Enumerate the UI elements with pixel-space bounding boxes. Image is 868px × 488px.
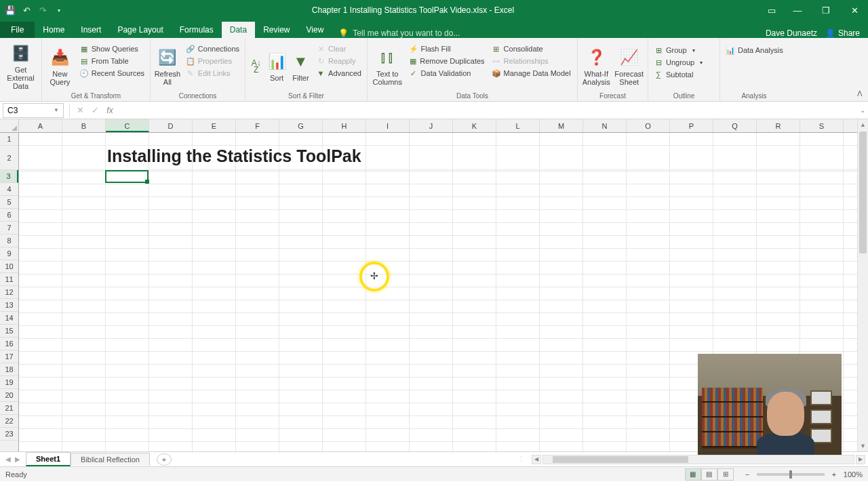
fill-handle[interactable] [145, 180, 149, 184]
zoom-level[interactable]: 100% [844, 470, 863, 479]
sort-button[interactable]: 📊 Sort [265, 42, 288, 91]
column-header-m[interactable]: M [540, 119, 583, 132]
new-query-button[interactable]: 📥 New Query [45, 42, 75, 91]
formula-input[interactable] [117, 103, 857, 118]
vertical-scroll-thumb[interactable] [859, 131, 867, 253]
column-header-k[interactable]: K [453, 119, 496, 132]
select-all-button[interactable] [0, 119, 19, 133]
sheet-nav-last-icon[interactable]: ▶ [15, 455, 20, 463]
row-header-17[interactable]: 17 [0, 350, 18, 363]
ribbon-display-icon[interactable]: ▭ [761, 0, 783, 20]
data-validation-button[interactable]: ✓Data Validation [406, 68, 488, 79]
column-header-i[interactable]: I [366, 119, 410, 132]
row-header-1[interactable]: 1 [0, 133, 18, 146]
page-break-view-button[interactable]: ⊞ [717, 468, 734, 481]
row-header-3[interactable]: 3 [0, 170, 18, 183]
flash-fill-button[interactable]: ⚡Flash Fill [406, 43, 488, 54]
zoom-out-button[interactable]: − [742, 470, 753, 479]
tab-formulas[interactable]: Formulas [172, 22, 222, 38]
row-header-13[interactable]: 13 [0, 299, 18, 312]
column-headers[interactable]: ABCDEFGHIJKLMNOPQRS [19, 119, 857, 133]
sheet-nav-first-icon[interactable]: ◀ [5, 455, 11, 463]
from-table-button[interactable]: ▤From Table [77, 56, 147, 66]
filter-button[interactable]: ▼ Filter [290, 42, 312, 91]
row-header-23[interactable]: 23 [0, 428, 18, 441]
close-icon[interactable]: ✕ [841, 0, 868, 20]
consolidate-button[interactable]: ⊞Consolidate [489, 43, 574, 54]
row-header-4[interactable]: 4 [0, 183, 18, 196]
tab-data[interactable]: Data [222, 22, 255, 38]
column-header-o[interactable]: O [627, 119, 670, 132]
row-header-16[interactable]: 16 [0, 338, 18, 350]
forecast-sheet-button[interactable]: 📈 Forecast Sheet [614, 42, 646, 91]
row-header-12[interactable]: 12 [0, 286, 18, 299]
name-box-dropdown-icon[interactable]: ▼ [54, 107, 59, 113]
manage-data-model-button[interactable]: 📦Manage Data Model [489, 68, 574, 79]
new-sheet-button[interactable]: + [157, 453, 172, 466]
expand-formula-bar-icon[interactable]: ⌄ [857, 106, 868, 114]
row-headers[interactable]: 1234567891011121314151617181920212223 [0, 133, 19, 451]
what-if-analysis-button[interactable]: ❓ What-If Analysis [580, 42, 612, 91]
sort-az-button[interactable]: A↓Z [248, 42, 264, 91]
qat-customize-icon[interactable]: ▾ [53, 4, 65, 16]
collapse-ribbon-icon[interactable]: ᐱ [852, 87, 868, 101]
redo-icon[interactable]: ↷ [37, 4, 49, 16]
row-header-8[interactable]: 8 [0, 235, 18, 247]
minimize-icon[interactable]: — [784, 0, 811, 20]
get-external-data-button[interactable]: 🗄️ Get External Data [3, 42, 39, 91]
row-header-6[interactable]: 6 [0, 209, 18, 222]
tab-page-layout[interactable]: Page Layout [109, 22, 171, 38]
recent-sources-button[interactable]: 🕘Recent Sources [77, 68, 147, 79]
row-header-5[interactable]: 5 [0, 196, 18, 209]
normal-view-button[interactable]: ▦ [685, 468, 701, 481]
zoom-slider[interactable] [757, 473, 825, 476]
maximize-icon[interactable]: ❐ [812, 0, 840, 20]
column-header-d[interactable]: D [149, 119, 193, 132]
data-analysis-button[interactable]: 📊Data Analysis [723, 45, 786, 56]
zoom-in-button[interactable]: + [829, 470, 840, 479]
column-header-g[interactable]: G [279, 119, 323, 132]
page-layout-view-button[interactable]: ▤ [701, 468, 717, 481]
save-icon[interactable]: 💾 [4, 4, 16, 16]
zoom-slider-thumb[interactable] [789, 470, 792, 479]
remove-duplicates-button[interactable]: ▦Remove Duplicates [406, 56, 488, 66]
row-header-19[interactable]: 19 [0, 376, 18, 389]
name-box[interactable]: C3 ▼ [3, 103, 64, 118]
column-header-c[interactable]: C [106, 119, 149, 132]
horizontal-scrollbar[interactable] [542, 455, 854, 464]
row-header-22[interactable]: 22 [0, 415, 18, 428]
row-header-21[interactable]: 21 [0, 402, 18, 415]
text-to-columns-button[interactable]: ⫿⫿ Text to Columns [370, 42, 405, 91]
subtotal-button[interactable]: ∑Subtotal [651, 69, 705, 80]
row-header-14[interactable]: 14 [0, 312, 18, 325]
user-name[interactable]: Dave Dunaetz [766, 28, 817, 38]
column-header-s[interactable]: S [800, 119, 844, 132]
tab-view[interactable]: View [298, 22, 332, 38]
vertical-scrollbar[interactable]: ▲ ▼ [857, 119, 868, 451]
undo-icon[interactable]: ↶ [20, 4, 33, 16]
column-header-h[interactable]: H [323, 119, 366, 132]
insert-function-button[interactable]: fx [102, 103, 117, 118]
column-header-j[interactable]: J [410, 119, 453, 132]
scroll-down-icon[interactable]: ▼ [858, 441, 868, 451]
row-header-15[interactable]: 15 [0, 325, 18, 338]
scroll-right-icon[interactable]: ▶ [856, 455, 865, 464]
column-header-r[interactable]: R [757, 119, 800, 132]
column-header-q[interactable]: Q [713, 119, 757, 132]
share-button[interactable]: 👤 Share [825, 28, 860, 38]
scroll-up-icon[interactable]: ▲ [858, 119, 868, 130]
show-queries-button[interactable]: ▦Show Queries [77, 43, 147, 54]
row-header-9[interactable]: 9 [0, 247, 18, 260]
column-header-e[interactable]: E [193, 119, 236, 132]
connections-button[interactable]: 🔗Connections [183, 43, 242, 54]
ungroup-button[interactable]: ⊟Ungroup▾ [651, 57, 705, 68]
row-header-18[interactable]: 18 [0, 363, 18, 376]
advanced-filter-button[interactable]: ▼Advanced [313, 68, 364, 79]
tab-home[interactable]: Home [35, 22, 73, 38]
tab-split-handle[interactable]: ⋮ [517, 455, 525, 464]
tab-file[interactable]: File [0, 22, 35, 38]
column-header-n[interactable]: N [583, 119, 627, 132]
sheet-tab-sheet1[interactable]: Sheet1 [26, 452, 71, 466]
refresh-all-button[interactable]: 🔄 Refresh All [153, 42, 182, 91]
tab-insert[interactable]: Insert [73, 22, 109, 38]
